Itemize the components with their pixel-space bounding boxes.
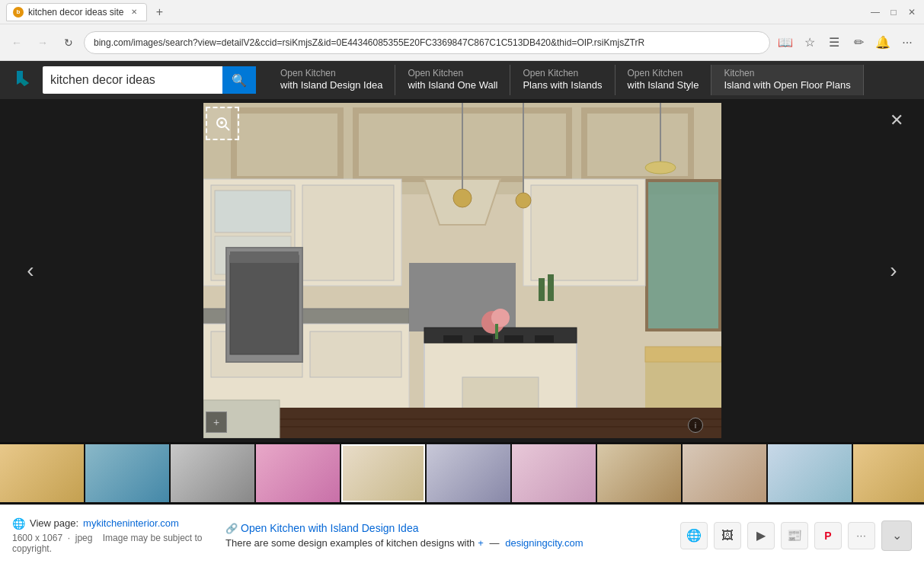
bing-logo [6,63,40,97]
svg-rect-7 [302,185,394,280]
expand-button[interactable]: + [206,411,227,433]
thumbnail-9[interactable] [683,444,766,502]
browser-titlebar: b kitchen decor ideas site ✕ + — □ ✕ [0,0,924,24]
suggestion-3[interactable]: Open Kitchen Plans with Islands [510,65,615,95]
thumbnail-1[interactable] [0,444,84,502]
svg-rect-34 [474,335,493,343]
view-page-label: View page: [30,517,78,529]
url-text: bing.com/images/search?view=detailV2&cci… [94,37,644,48]
new-tab-button[interactable]: + [150,3,168,21]
thumbnail-7[interactable] [512,444,596,502]
svg-rect-8 [215,191,291,232]
play-action-button[interactable]: ▶ [747,522,775,549]
suggestion-4[interactable]: Open Kitchen with Island Style [615,65,712,95]
favorites-icon[interactable]: ☆ [799,32,820,53]
address-bar[interactable]: bing.com/images/search?view=detailV2&cci… [84,31,770,54]
prev-image-button[interactable]: ‹ [15,248,46,293]
view-page-link[interactable]: mykitcheninterior.com [83,517,179,529]
svg-rect-39 [495,324,498,339]
thumbnail-10[interactable] [768,444,852,502]
image-source-link[interactable]: designingcity.com [505,537,583,549]
svg-rect-46 [539,278,545,301]
back-button[interactable]: ← [6,32,27,53]
info-button[interactable]: i [688,418,703,433]
tab-favicon: b [13,7,24,18]
suggestion-1[interactable]: Open Kitchen with Island Design Idea [268,65,395,95]
window-controls: — □ ✕ [869,6,918,18]
search-suggestions: Open Kitchen with Island Design Idea Ope… [268,65,864,95]
minimize-button[interactable]: — [869,6,881,18]
search-button[interactable]: 🔍 [222,66,256,94]
more-actions-button[interactable]: ··· [848,522,875,549]
expand-panel-button[interactable]: ⌄ [881,520,912,551]
svg-point-38 [491,309,510,327]
svg-rect-40 [645,347,721,362]
thumbnail-2[interactable] [85,444,169,502]
tab-title: kitchen decor ideas site [28,7,123,18]
thumbnail-11[interactable] [853,444,924,502]
visual-search-button[interactable] [206,107,239,140]
svg-point-21 [645,162,676,174]
tab-close-button[interactable]: ✕ [128,6,140,18]
image-details-center: 🔗 Open Kitchen with Island Design Idea T… [225,522,665,549]
image-meta: 🌐 View page: mykitcheninterior.com 1600 … [12,517,210,554]
hub-icon[interactable]: ☰ [823,32,845,53]
toolbar-icons: 📖 ☆ ☰ ✏ 🔔 ··· [775,32,918,53]
svg-point-17 [453,189,472,207]
dash-separator: — [487,537,502,549]
svg-rect-25 [310,331,401,377]
forward-button[interactable]: → [32,32,53,53]
image-title-link[interactable]: 🔗 Open Kitchen with Island Design Idea [225,522,665,534]
thumbnail-4[interactable] [256,444,340,502]
image-desc-text: There are some design examples of kitche… [225,537,475,549]
svg-rect-27 [230,255,299,354]
image-format: jpeg [75,533,93,543]
view-page-line: 🌐 View page: mykitcheninterior.com [12,517,210,530]
next-image-button[interactable]: › [878,248,909,293]
image-actions: 🌐 🖼 ▶ 📰 P ··· ⌄ [680,520,912,551]
image-info-text: 1600 x 1067 · jpeg Image may be subject … [12,533,210,554]
close-viewer-button[interactable]: ✕ [884,108,909,133]
thumbnail-5-active[interactable] [341,444,425,502]
thumbnail-strip [0,442,924,504]
svg-rect-35 [504,335,523,343]
svg-rect-11 [645,179,721,331]
thumbnail-8[interactable] [597,444,681,502]
svg-rect-33 [443,335,462,343]
reading-view-icon[interactable]: 📖 [775,32,796,53]
maximize-button[interactable]: □ [887,6,900,18]
refresh-button[interactable]: ↻ [58,32,79,53]
search-input[interactable] [43,73,222,87]
main-image [203,103,721,438]
news-action-button[interactable]: 📰 [781,522,808,549]
svg-rect-42 [203,408,721,438]
notes-icon[interactable]: ✏ [848,32,869,53]
svg-line-49 [225,126,229,130]
svg-point-50 [220,121,223,124]
bottom-bar: 🌐 View page: mykitcheninterior.com 1600 … [0,504,924,565]
window-close-button[interactable]: ✕ [906,6,918,18]
svg-rect-15 [531,185,638,280]
thumbnail-3[interactable] [171,444,254,502]
svg-rect-36 [535,335,554,343]
image-description-line: There are some design examples of kitche… [225,537,665,549]
notifications-icon[interactable]: 🔔 [872,32,894,53]
more-button[interactable]: + [478,537,484,549]
globe-icon: 🌐 [12,517,25,530]
suggestion-2[interactable]: Open Kitchen with Island One Wall [395,65,510,95]
search-box[interactable]: 🔍 [43,66,256,94]
browser-tab-active[interactable]: b kitchen decor ideas site ✕ [6,3,147,21]
svg-rect-47 [548,274,554,301]
thumbnail-6[interactable] [427,444,510,502]
settings-icon[interactable]: ··· [897,32,918,53]
bing-header: 🔍 Open Kitchen with Island Design Idea O… [0,61,924,99]
image-viewer: ‹ [0,99,924,442]
suggestion-5[interactable]: Kitchen Island with Open Floor Plans [711,65,863,95]
image-action-button[interactable]: 🖼 [714,522,741,549]
pinterest-action-button[interactable]: P [814,522,842,549]
svg-point-19 [516,193,531,208]
svg-rect-28 [230,251,299,263]
globe-action-button[interactable]: 🌐 [680,522,708,549]
image-dimensions: 1600 x 1067 [12,533,62,543]
browser-toolbar: ← → ↻ bing.com/images/search?view=detail… [0,24,924,61]
